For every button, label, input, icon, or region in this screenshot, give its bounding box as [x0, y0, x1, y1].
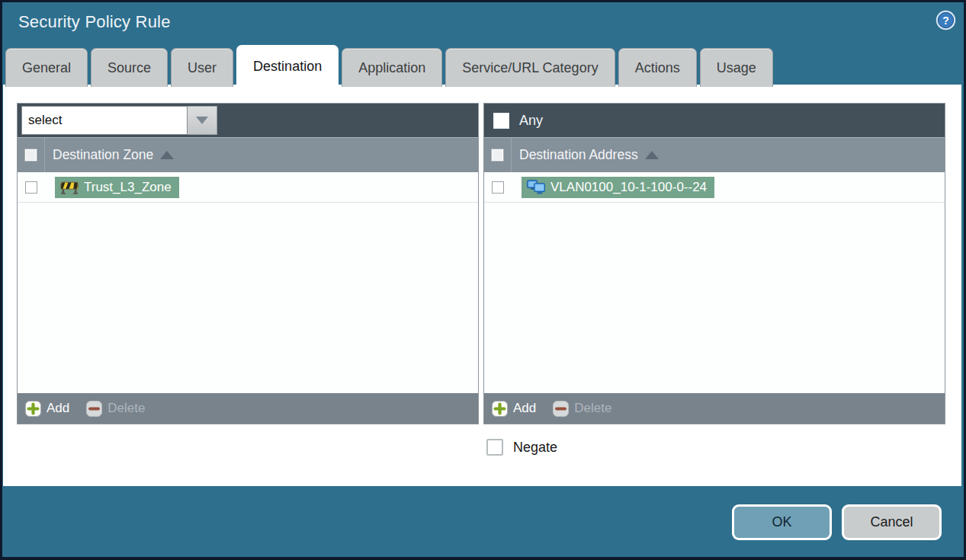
address-list: VLAN0100_10-1-100-0--24 [484, 172, 945, 393]
delete-icon [553, 401, 569, 417]
add-address-button[interactable]: Add [492, 401, 536, 417]
cancel-button[interactable]: Cancel [842, 504, 942, 540]
add-zone-button[interactable]: Add [25, 401, 69, 417]
table-row[interactable]: Trust_L3_Zone [18, 172, 478, 203]
address-chip[interactable]: VLAN0100_10-1-100-0--24 [522, 177, 714, 198]
delete-address-button[interactable]: Delete [553, 401, 611, 417]
destination-zone-panel: Destination Zone [17, 103, 479, 424]
negate-option: Negate [486, 439, 557, 456]
address-icon [527, 180, 545, 195]
address-column-header[interactable]: Destination Address [484, 137, 945, 172]
delete-zone-button[interactable]: Delete [86, 401, 145, 417]
address-select-all-checkbox[interactable] [491, 149, 504, 162]
any-checkbox[interactable] [493, 113, 509, 129]
zone-type-combobox [21, 106, 217, 135]
sort-ascending-icon [160, 151, 174, 159]
add-icon [25, 401, 41, 417]
svg-text:?: ? [942, 14, 949, 27]
tab-usage[interactable]: Usage [700, 48, 773, 87]
tab-user[interactable]: User [171, 48, 233, 87]
zone-select-all-checkbox[interactable] [24, 149, 37, 162]
zone-footer: Add Delete [18, 393, 478, 424]
tab-actions[interactable]: Actions [618, 48, 697, 87]
address-column-label: Destination Address [519, 147, 638, 163]
table-row[interactable]: VLAN0100_10-1-100-0--24 [484, 172, 945, 203]
chevron-down-icon [196, 117, 208, 124]
security-policy-rule-dialog: Security Policy Rule ? General Source Us… [0, 0, 966, 560]
zone-name: Trust_L3_Zone [84, 180, 172, 195]
tab-content-area: Destination Zone [3, 85, 961, 486]
any-label: Any [519, 113, 543, 129]
zone-column-header[interactable]: Destination Zone [18, 137, 478, 172]
tab-general[interactable]: General [5, 48, 88, 87]
zone-type-dropdown-button[interactable] [188, 106, 217, 135]
address-toolbar: Any [484, 104, 945, 137]
add-label: Add [47, 401, 69, 416]
zone-row-checkbox[interactable] [25, 181, 37, 194]
add-icon [492, 401, 508, 417]
add-label: Add [513, 401, 536, 416]
delete-label: Delete [574, 401, 611, 416]
dialog-title: Security Policy Rule [18, 12, 171, 32]
zone-column-label: Destination Zone [53, 147, 153, 163]
address-name: VLAN0100_10-1-100-0--24 [550, 180, 707, 195]
delete-icon [86, 401, 102, 417]
zone-type-input[interactable] [21, 106, 188, 135]
negate-checkbox[interactable] [486, 439, 503, 456]
ok-button[interactable]: OK [732, 504, 832, 540]
delete-label: Delete [108, 401, 145, 416]
zone-toolbar [18, 104, 478, 137]
tab-source[interactable]: Source [91, 48, 168, 87]
sort-ascending-icon [645, 151, 659, 159]
help-icon[interactable]: ? [936, 10, 956, 30]
zone-icon [60, 181, 79, 194]
zone-chip[interactable]: Trust_L3_Zone [55, 177, 179, 198]
tab-application[interactable]: Application [342, 48, 442, 87]
destination-address-panel: Any Destination Address [483, 103, 945, 424]
tab-destination[interactable]: Destination [236, 45, 339, 87]
tab-strip: General Source User Destination Applicat… [5, 48, 961, 87]
negate-label: Negate [513, 440, 557, 456]
tab-service-url-category[interactable]: Service/URL Category [445, 48, 615, 87]
address-footer: Add Delete [484, 393, 945, 424]
zone-list: Trust_L3_Zone [18, 172, 478, 393]
address-row-checkbox[interactable] [492, 181, 504, 194]
